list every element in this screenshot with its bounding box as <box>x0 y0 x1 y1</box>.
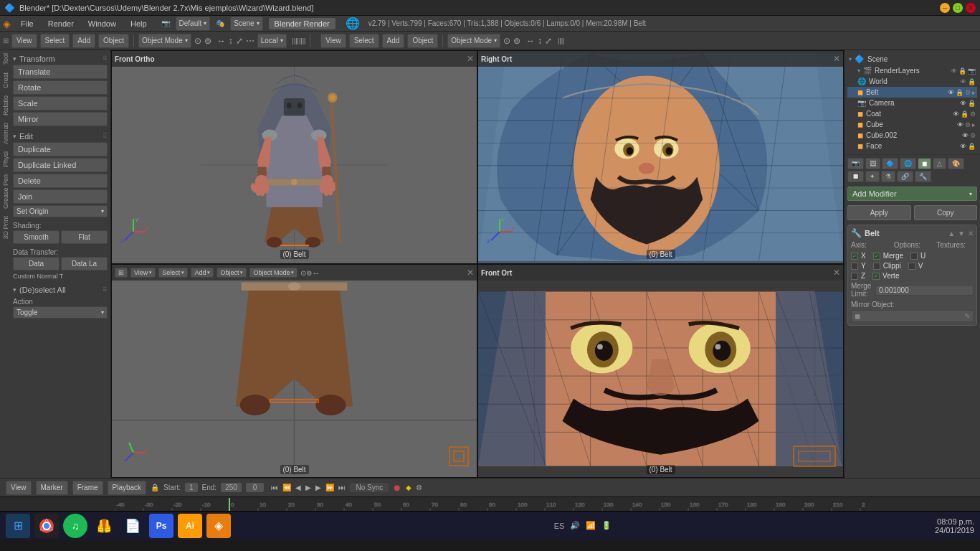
vp-object-dropdown[interactable]: Object <box>217 268 247 278</box>
camera-lock-icon[interactable]: 🔒 <box>968 100 976 107</box>
side-tab-tool[interactable]: Tool <box>0 50 10 68</box>
tl-end-value[interactable]: 250 <box>221 483 242 492</box>
tl-next-frame-icon[interactable]: ▶ <box>315 484 321 491</box>
world-vis-icon[interactable]: 👁 <box>960 78 966 85</box>
taskbar-blender[interactable]: ◈ <box>206 514 231 538</box>
vp-mode-dropdown[interactable]: Object Mode <box>249 268 298 278</box>
side-tab-3dprint[interactable]: 3D Print <box>0 213 10 242</box>
data-button[interactable]: Data <box>13 257 60 270</box>
taskbar-spotify[interactable]: ♫ <box>63 514 87 538</box>
add-menu-btn-right[interactable]: Add <box>382 34 405 48</box>
tl-view-btn[interactable]: View <box>6 481 32 495</box>
pivot-dropdown[interactable]: Local <box>257 34 287 48</box>
object-menu-btn[interactable]: Object <box>98 34 129 48</box>
prop-tab-material[interactable]: 🎨 <box>948 158 964 169</box>
u-checkbox[interactable] <box>910 253 918 260</box>
scene-item-face[interactable]: ◼ Face 👁 🔒 <box>847 141 977 151</box>
face-vis-icon[interactable]: 👁 <box>960 143 966 150</box>
viewport-close-bl[interactable]: ✕ <box>467 268 474 278</box>
smooth-button[interactable]: Smooth <box>13 230 60 244</box>
set-origin-dropdown[interactable]: Set Origin <box>13 205 108 217</box>
prop-tab-object[interactable]: ◼ <box>918 158 931 169</box>
maximize-button[interactable]: □ <box>953 3 963 13</box>
tl-start-value[interactable]: 1 <box>185 483 198 492</box>
scene-item-renderlayers[interactable]: ▾ 🎬 RenderLayers 👁 🔒 📷 <box>847 65 977 76</box>
scene-item-world[interactable]: 🌐 World 👁 🔒 <box>847 76 977 87</box>
prop-tab-particle[interactable]: ✦ <box>865 171 880 182</box>
add-menu-btn[interactable]: Add <box>72 34 95 48</box>
menu-window[interactable]: Window <box>84 18 120 29</box>
vp-mode-btn[interactable]: ⊞ <box>115 268 128 278</box>
side-tab-relations[interactable]: Relatio <box>0 93 10 118</box>
cube002-extra-icon[interactable]: ⚙ <box>970 132 976 139</box>
prop-tab-scene[interactable]: 🔷 <box>882 158 898 169</box>
tl-keyframe-icon[interactable]: ◆ <box>406 484 411 491</box>
taskbar-ai[interactable]: Ai <box>178 514 202 538</box>
tl-settings-icon[interactable]: ⚙ <box>416 484 422 491</box>
toggle-dropdown[interactable]: Toggle <box>13 306 108 319</box>
cube-extra-icon[interactable]: ⚙ <box>965 121 971 128</box>
tl-sync-dropdown[interactable]: No Sync <box>350 483 389 492</box>
taskbar-chrome[interactable] <box>34 514 59 538</box>
apply-button[interactable]: Apply <box>847 205 911 220</box>
rotate-button[interactable]: Rotate <box>13 80 108 95</box>
tl-next-icon[interactable]: ⏩ <box>325 484 334 491</box>
side-tab-animation[interactable]: Animati <box>0 120 10 147</box>
side-tab-create[interactable]: Creat <box>0 70 10 91</box>
view-menu-btn[interactable]: View <box>11 34 37 48</box>
x-axis-checkbox[interactable] <box>851 253 858 260</box>
prop-tab-camera[interactable]: 📷 <box>847 158 864 169</box>
belt-vis-icon[interactable]: 👁 <box>948 89 954 96</box>
tl-record-icon[interactable]: ⏺ <box>393 483 401 493</box>
minimize-button[interactable]: ─ <box>940 3 950 13</box>
modifier-x-icon[interactable]: ✕ <box>968 230 974 237</box>
world-lock-icon[interactable]: 🔒 <box>968 78 976 85</box>
cube002-vis-icon[interactable]: 👁 <box>962 132 969 139</box>
tl-play-icon[interactable]: ▶ <box>305 484 311 491</box>
select-menu-btn-right[interactable]: Select <box>349 34 379 48</box>
belt-extra-icon[interactable]: ⚙ <box>965 89 971 96</box>
prop-tab-texture[interactable]: 🔲 <box>847 171 864 182</box>
vp-view-dropdown[interactable]: View <box>130 268 156 278</box>
mode-dropdown-left[interactable]: Object Mode <box>138 34 191 48</box>
duplicate-button[interactable]: Duplicate <box>13 142 108 156</box>
camera-vis-icon[interactable]: 👁 <box>960 100 966 107</box>
face-lock-icon[interactable]: 🔒 <box>968 143 976 150</box>
prop-tab-render[interactable]: 🖼 <box>865 158 880 169</box>
cube-select-icon[interactable]: ▸ <box>972 121 976 128</box>
tl-marker-btn[interactable]: Marker <box>36 481 68 495</box>
tl-prev-frame-icon[interactable]: ◀ <box>295 484 301 491</box>
verte-checkbox[interactable] <box>872 273 880 280</box>
flat-button[interactable]: Flat <box>61 230 108 244</box>
menu-render[interactable]: Render <box>44 18 78 29</box>
coat-vis-icon[interactable]: 👁 <box>953 110 959 118</box>
taskbar-ps[interactable]: Ps <box>149 514 173 538</box>
vp-add-dropdown[interactable]: Add <box>191 268 214 278</box>
belt-render2-icon[interactable]: ▸ <box>972 89 976 96</box>
clippi-checkbox[interactable] <box>873 263 880 270</box>
viewport-bottom-right[interactable]: Front Ort ✕ <box>477 264 844 478</box>
scene-item-belt[interactable]: ◼ Belt 👁 🔒 ⚙ ▸ <box>847 87 977 98</box>
close-button[interactable]: ✕ <box>966 3 976 13</box>
v-checkbox[interactable] <box>908 263 915 270</box>
modifier-up-icon[interactable]: ▲ <box>948 230 955 237</box>
z-axis-checkbox[interactable] <box>851 273 858 280</box>
mirror-button[interactable]: Mirror <box>13 112 108 126</box>
delete-button[interactable]: Delete <box>13 174 108 188</box>
edit-header[interactable]: Edit ⠿ <box>13 131 108 142</box>
translate-button[interactable]: Translate <box>13 65 108 79</box>
data-la-button[interactable]: Data La <box>61 257 108 270</box>
scale-button[interactable]: Scale <box>13 96 108 110</box>
taskbar-vlc[interactable]: 🦺 <box>92 514 116 538</box>
tl-end-icon[interactable]: ⏭ <box>338 484 346 491</box>
side-tab-physics[interactable]: Physi <box>0 149 10 170</box>
viewport-right-ortho[interactable]: Right Ort ✕ <box>477 50 844 264</box>
modifier-down-icon[interactable]: ▼ <box>958 230 965 237</box>
tl-playback-btn[interactable]: Playback <box>108 481 147 495</box>
tl-frame-btn[interactable]: Frame <box>72 481 103 495</box>
menu-help[interactable]: Help <box>126 18 151 29</box>
cube-vis-icon[interactable]: 👁 <box>957 121 964 128</box>
tl-current-frame[interactable]: 0 <box>246 483 265 492</box>
tl-prev-icon[interactable]: ⏪ <box>282 484 291 491</box>
scene-item-scene[interactable]: ▾ 🔷 Scene <box>847 53 977 65</box>
